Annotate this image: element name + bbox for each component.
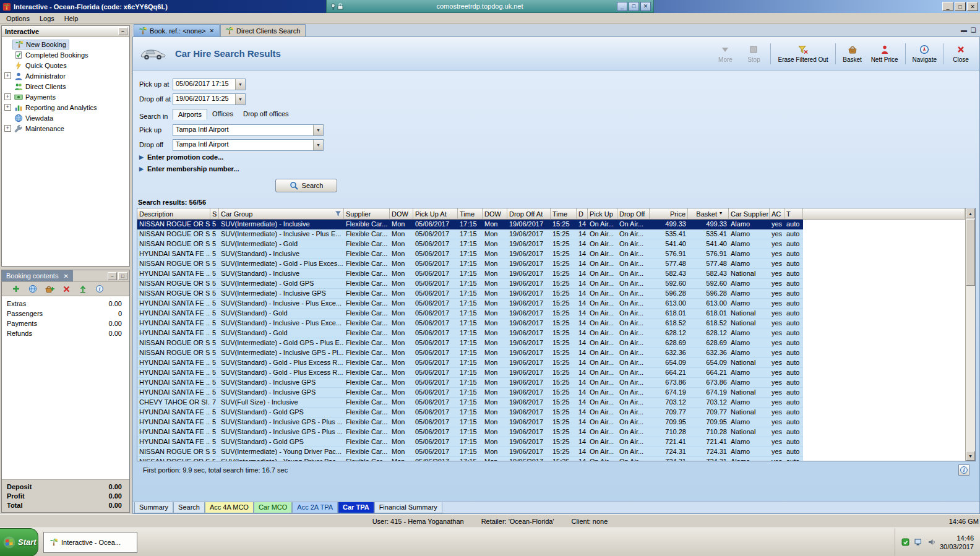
column-header-car-supplier[interactable]: Car Supplier <box>729 208 770 220</box>
result-row[interactable]: NISSAN ROGUE OR S...5SUV(Intermediate) -… <box>137 279 965 289</box>
membership-number-expander[interactable]: ▶ Enter membership number... <box>139 165 979 173</box>
view-tab-car-tpa[interactable]: Car TPA <box>338 502 374 513</box>
result-row[interactable]: HYUNDAI SANTA FE ...5SUV(Standard) - Inc… <box>137 427 965 437</box>
delete-button[interactable] <box>61 283 72 294</box>
sidebar-item-maintenance[interactable]: +Maintenance <box>2 123 129 134</box>
scroll-up-icon[interactable]: ▲ <box>966 208 975 218</box>
mdi-minimize-icon[interactable]: ▬ <box>961 27 967 33</box>
expander-icon[interactable]: + <box>4 72 11 79</box>
rdp-minimize-button[interactable]: _ <box>617 2 627 11</box>
scrollbar-thumb[interactable] <box>966 219 975 286</box>
basket-button[interactable]: Basket <box>839 43 866 64</box>
maximize-button[interactable]: □ <box>955 2 966 11</box>
sidebar-item-viewdata[interactable]: Viewdata <box>2 113 129 123</box>
erase-filtered-out-button[interactable]: Erase Filtered Out <box>774 43 832 64</box>
result-row[interactable]: HYUNDAI SANTA FE ...5SUV(Standard) - Inc… <box>137 269 965 279</box>
result-row[interactable]: HYUNDAI SANTA FE ...5SUV(Standard) - Inc… <box>137 249 965 259</box>
result-row[interactable]: HYUNDAI SANTA FE ...5SUV(Standard) - Inc… <box>137 299 965 309</box>
result-row[interactable]: CHEVY TAHOE OR SI...7SUV(Full Size) - In… <box>137 398 965 408</box>
tray-display-icon[interactable] <box>914 537 923 547</box>
result-row[interactable]: HYUNDAI SANTA FE ...5SUV(Standard) - Inc… <box>137 378 965 388</box>
sidebar-item-completed-bookings[interactable]: Completed Bookings <box>2 49 129 60</box>
pickup-field[interactable]: Tampa Intl Airport ▼ <box>173 124 324 136</box>
globe-button[interactable] <box>27 283 38 294</box>
result-row[interactable]: HYUNDAI SANTA FE ...5SUV(Standard) - Gol… <box>137 408 965 417</box>
mdi-restore-icon[interactable]: ❑ <box>971 27 976 33</box>
column-header-pickup-date[interactable]: Pick Up At <box>413 208 458 220</box>
tray-app-icon[interactable] <box>901 537 910 547</box>
column-header-pickup-location[interactable]: Pick Up <box>588 208 617 220</box>
column-header-price[interactable]: Price <box>650 208 688 220</box>
column-header-description[interactable]: Description <box>137 208 210 220</box>
result-row[interactable]: NISSAN ROGUE OR S...5SUV(Intermediate) -… <box>137 229 965 239</box>
tab-close-icon[interactable]: ✕ <box>210 28 215 34</box>
column-header-transmission[interactable]: T <box>784 208 803 220</box>
result-row[interactable]: NISSAN ROGUE OR S...5SUV(Intermediate) -… <box>137 259 965 269</box>
result-row[interactable]: NISSAN ROGUE OR S...5SUV(Intermediate) -… <box>137 220 965 229</box>
scroll-down-icon[interactable]: ▼ <box>966 451 975 461</box>
scrollbar-track[interactable] <box>966 218 975 451</box>
result-row[interactable]: NISSAN ROGUE OR S...5SUV(Intermediate) -… <box>137 338 965 348</box>
result-row[interactable]: HYUNDAI SANTA FE ...5SUV(Standard) - Gol… <box>137 309 965 319</box>
basket-add-button[interactable] <box>44 283 55 294</box>
view-tab-car-mco[interactable]: Car MCO <box>254 502 292 513</box>
result-row[interactable]: HYUNDAI SANTA FE ...5SUV(Standard) - Inc… <box>137 417 965 427</box>
minimize-button[interactable]: _ <box>942 2 953 11</box>
sidebar-item-direct-clients[interactable]: Direct Clients <box>2 81 129 92</box>
result-row[interactable]: NISSAN ROGUE OR S...5SUV(Intermediate) -… <box>137 447 965 457</box>
info-button[interactable]: i <box>94 283 105 294</box>
column-header-days[interactable]: D <box>577 208 588 220</box>
result-row[interactable]: HYUNDAI SANTA FE ...5SUV(Standard) - Gol… <box>137 437 965 447</box>
info-button[interactable]: i <box>958 464 969 476</box>
result-row[interactable]: HYUNDAI SANTA FE ...5SUV(Standard) - Gol… <box>137 358 965 368</box>
expander-icon[interactable]: + <box>4 93 11 100</box>
close-button[interactable]: Close <box>947 43 974 64</box>
column-header-dow-pickup[interactable]: DOW <box>390 208 413 220</box>
column-header-dropoff-date[interactable]: Drop Off At <box>507 208 551 220</box>
column-header-dropoff-location[interactable]: Drop Off <box>617 208 650 220</box>
column-header-supplier[interactable]: Supplier <box>344 208 390 220</box>
column-header-seats[interactable]: S <box>210 208 219 220</box>
column-header-dow-dropoff[interactable]: DOW <box>483 208 507 220</box>
tray-clock[interactable]: 14:46 30/03/2017 <box>940 534 974 551</box>
result-row[interactable]: HYUNDAI SANTA FE ...5SUV(Standard) - Gol… <box>137 368 965 378</box>
result-row[interactable]: HYUNDAI SANTA FE ...5SUV(Standard) - Inc… <box>137 319 965 328</box>
column-header-pickup-time[interactable]: Time <box>458 208 483 220</box>
taskbar-task-interactive[interactable]: Interactive - Ocea... <box>43 532 137 553</box>
search-in-offices[interactable]: Offices <box>207 109 238 120</box>
search-button[interactable]: Search <box>275 179 337 192</box>
view-tab-financial-summary[interactable]: Financial Summary <box>374 502 442 513</box>
result-row[interactable]: NISSAN ROGUE OR S...5SUV(Intermediate) -… <box>137 348 965 358</box>
view-tab-acc-2a-tpa[interactable]: Acc 2A TPA <box>292 502 338 513</box>
export-button[interactable] <box>77 283 88 294</box>
dropoff-at-field[interactable]: 19/06/2017 15:25 ▼ <box>173 93 246 105</box>
expander-icon[interactable]: + <box>4 125 11 132</box>
booking-contents-tab[interactable]: Booking contents ✕ <box>2 270 73 281</box>
column-header-car-group[interactable]: Car Group <box>219 208 344 220</box>
dropoff-at-dropdown-icon[interactable]: ▼ <box>235 94 245 105</box>
booking-contents-minimize-button[interactable]: − <box>108 272 117 280</box>
result-row[interactable]: HYUNDAI SANTA FE ...5SUV(Standard) - Inc… <box>137 388 965 398</box>
booking-contents-close-icon[interactable]: ✕ <box>63 273 68 280</box>
add-button[interactable] <box>11 283 22 294</box>
expander-icon[interactable]: + <box>4 104 11 111</box>
navigate-button[interactable]: Navigate <box>909 43 940 64</box>
pin-icon[interactable] <box>329 2 337 11</box>
sidebar-item-new-booking[interactable]: New Booking <box>2 39 129 49</box>
result-row-partial[interactable]: NISSAN ROGUE OR S...5SUV(Intermediate) -… <box>137 457 965 461</box>
rdp-close-button[interactable]: ✕ <box>640 2 651 11</box>
search-in-airports[interactable]: Airports <box>173 109 207 120</box>
result-row[interactable]: HYUNDAI SANTA FE ...5SUV(Standard) - Gol… <box>137 328 965 338</box>
search-in-drop-off-offices[interactable]: Drop off offices <box>238 109 294 120</box>
column-header-ac[interactable]: AC <box>770 208 784 220</box>
menu-help[interactable]: Help <box>59 14 84 23</box>
start-button[interactable]: Start <box>0 528 38 556</box>
doc-tab-book-ref-none[interactable]: Book. ref.: <none>✕ <box>134 24 220 36</box>
pickup-at-dropdown-icon[interactable]: ▼ <box>235 79 245 90</box>
result-row[interactable]: NISSAN ROGUE OR S...5SUV(Intermediate) -… <box>137 239 965 249</box>
menu-logs[interactable]: Logs <box>35 14 59 23</box>
result-row[interactable]: NISSAN ROGUE OR S...5SUV(Intermediate) -… <box>137 289 965 299</box>
pickup-dropdown-icon[interactable]: ▼ <box>313 125 323 135</box>
panel-collapse-button[interactable]: − <box>118 27 127 35</box>
sidebar-item-payments[interactable]: +Payments <box>2 92 129 102</box>
